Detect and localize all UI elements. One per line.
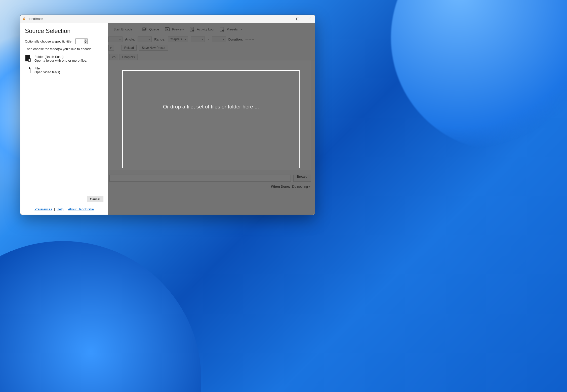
title-spinner[interactable] <box>75 38 88 44</box>
title-select[interactable] <box>108 36 123 42</box>
queue-button[interactable]: Queue <box>140 25 161 33</box>
svg-rect-20 <box>28 59 30 61</box>
source-selection-panel: Source Selection Optionally choose a spe… <box>20 23 108 215</box>
preferences-link[interactable]: Preferences <box>34 207 52 211</box>
when-done-value: Do nothing <box>292 185 308 188</box>
queue-label: Queue <box>149 27 159 31</box>
output-path-input[interactable] <box>109 175 291 182</box>
handbrake-icon <box>22 17 26 21</box>
range-dash: - <box>208 37 209 41</box>
presets-label: Presets <box>227 27 238 31</box>
svg-point-2 <box>23 18 24 18</box>
spinner-down-button[interactable] <box>84 42 87 44</box>
panel-title: Source Selection <box>25 27 103 34</box>
browse-button[interactable]: Browse <box>293 175 311 182</box>
choose-hint: Then choose the video(s) you'd like to e… <box>25 47 103 51</box>
open-file-item[interactable]: File Open video file(s). <box>25 66 103 74</box>
angle-label: Angle: <box>125 37 135 41</box>
tab-partial[interactable]: es <box>109 54 118 60</box>
maximize-button[interactable] <box>292 15 303 23</box>
titlebar[interactable]: HandBrake <box>20 15 315 23</box>
open-file-desc: Open video file(s). <box>34 70 61 74</box>
preview-button[interactable]: Preview <box>163 25 186 33</box>
svg-rect-16 <box>220 27 223 31</box>
minimize-button[interactable] <box>280 15 292 23</box>
presets-button[interactable]: Presets <box>217 25 245 33</box>
svg-rect-5 <box>296 18 299 20</box>
svg-rect-8 <box>142 28 146 30</box>
close-button[interactable] <box>303 15 315 23</box>
start-encode-label: Start Encode <box>113 27 132 31</box>
svg-rect-1 <box>24 17 24 19</box>
svg-rect-9 <box>143 27 146 30</box>
app-window: HandBrake Start Encode Queue <box>20 15 315 215</box>
activity-log-label: Activity Log <box>197 27 213 31</box>
start-encode-button[interactable]: Start Encode <box>111 26 134 32</box>
svg-point-18 <box>223 30 224 31</box>
reload-button[interactable]: Reload <box>121 45 137 51</box>
duration-label: Duration: <box>228 37 243 41</box>
chevron-down-icon <box>308 186 310 187</box>
svg-point-15 <box>192 30 194 31</box>
presets-icon <box>219 26 225 32</box>
svg-rect-12 <box>190 27 193 31</box>
preview-label: Preview <box>172 27 184 31</box>
svg-rect-10 <box>165 28 170 31</box>
open-folder-title: Folder (Batch Scan) <box>34 55 87 59</box>
preview-icon <box>165 26 170 32</box>
drop-zone[interactable]: Or drop a file, set of files or folder h… <box>122 70 300 168</box>
svg-point-0 <box>23 18 25 20</box>
queue-icon <box>142 26 147 32</box>
range-start-select[interactable] <box>191 36 205 42</box>
open-folder-item[interactable]: Folder (Batch Scan) Open a folder with o… <box>25 55 103 62</box>
when-done-dropdown[interactable]: Do nothing <box>292 185 310 188</box>
drop-zone-text: Or drop a file, set of files or folder h… <box>163 104 259 110</box>
about-link[interactable]: About HandBrake <box>68 207 94 211</box>
range-type-select[interactable]: Chapters <box>168 36 188 42</box>
range-end-select[interactable] <box>212 36 226 42</box>
when-done-label: When Done: <box>271 185 290 188</box>
play-button[interactable] <box>108 45 114 51</box>
svg-marker-11 <box>167 28 168 30</box>
angle-select[interactable] <box>138 36 152 42</box>
help-link[interactable]: Help <box>57 207 64 211</box>
activity-log-icon <box>189 26 195 32</box>
footer-links: Preferences | Help | About HandBrake <box>34 207 94 211</box>
title-hint-label: Optionally choose a specific title: <box>25 40 72 43</box>
duration-value: --:--:-- <box>246 37 254 41</box>
svg-point-3 <box>24 18 25 18</box>
file-icon <box>25 66 31 73</box>
folder-icon <box>25 55 31 62</box>
save-new-preset-button[interactable]: Save New Preset <box>139 45 168 51</box>
range-label: Range: <box>154 37 165 41</box>
chevron-down-icon <box>241 29 243 30</box>
spinner-up-button[interactable] <box>84 39 87 42</box>
activity-log-button[interactable]: Activity Log <box>187 25 215 33</box>
tab-chapters[interactable]: Chapters <box>119 54 138 60</box>
svg-point-17 <box>222 30 224 31</box>
cancel-button[interactable]: Cancel <box>87 196 103 202</box>
open-file-title: File <box>34 66 61 70</box>
window-title: HandBrake <box>27 17 43 21</box>
play-icon <box>110 47 112 49</box>
open-folder-desc: Open a folder with one or more files. <box>34 59 87 62</box>
